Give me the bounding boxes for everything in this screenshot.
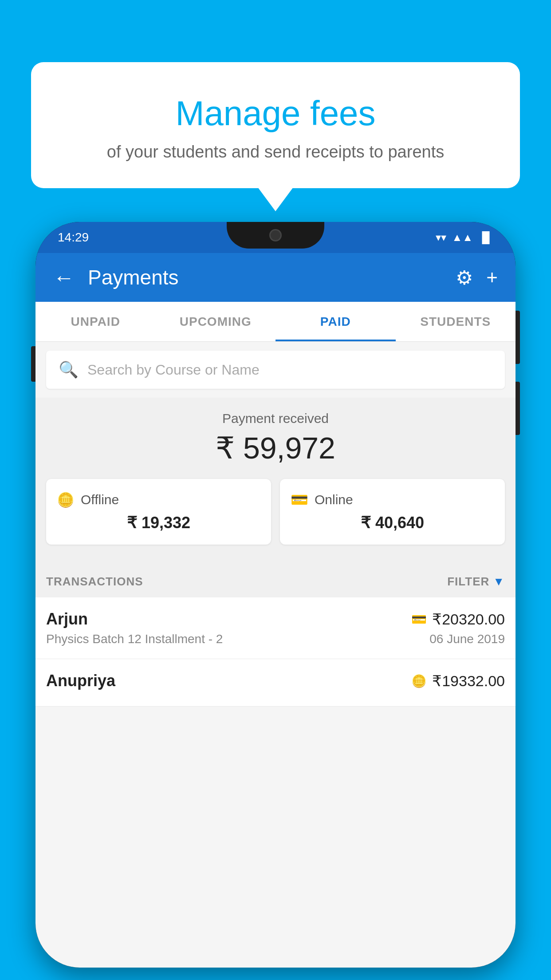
cash-icon: 🪙 (57, 491, 75, 508)
page-title: Payments (88, 265, 456, 289)
payment-received-label: Payment received (46, 411, 505, 426)
front-camera (269, 229, 282, 241)
search-icon: 🔍 (59, 360, 79, 379)
status-icons: ▾▾ ▲▲ ▐▌ (436, 231, 493, 244)
transaction-amount: ₹20320.00 (432, 610, 505, 628)
search-placeholder: Search by Course or Name (87, 362, 260, 378)
wifi-icon: ▾▾ (436, 231, 446, 244)
transactions-header: TRANSACTIONS FILTER ▼ (35, 562, 516, 597)
phone-frame: 14:29 ▾▾ ▲▲ ▐▌ ← Payments ⚙ + UNPAID UPC… (35, 222, 516, 968)
phone-notch (227, 222, 324, 249)
card-payment-icon: 💳 (411, 612, 427, 627)
transaction-name: Anupriya (46, 672, 115, 690)
settings-icon[interactable]: ⚙ (456, 266, 473, 289)
add-icon[interactable]: + (486, 266, 498, 288)
online-amount: ₹ 40,640 (291, 514, 494, 532)
tab-upcoming[interactable]: UPCOMING (156, 302, 276, 341)
online-label: Online (315, 492, 353, 507)
volume-button (31, 346, 35, 382)
offline-card-header: 🪙 Offline (57, 491, 260, 508)
power-button (516, 311, 520, 364)
power-button-2 (516, 382, 520, 435)
phone-screen: 🔍 Search by Course or Name Payment recei… (35, 342, 516, 968)
header-actions: ⚙ + (456, 266, 498, 289)
payment-total-amount: ₹ 59,972 (46, 431, 505, 466)
offline-card: 🪙 Offline ₹ 19,332 (46, 479, 271, 545)
tab-paid[interactable]: PAID (276, 302, 396, 341)
transaction-date: 06 June 2019 (429, 632, 505, 646)
online-card-header: 💳 Online (291, 491, 494, 508)
payment-summary: Payment received ₹ 59,972 🪙 Offline ₹ 19… (35, 398, 516, 562)
bubble-subtitle: of your students and send receipts to pa… (58, 142, 493, 162)
speech-bubble-section: Manage fees of your students and send re… (31, 62, 520, 188)
phone-mockup: 14:29 ▾▾ ▲▲ ▐▌ ← Payments ⚙ + UNPAID UPC… (35, 222, 516, 980)
offline-label: Offline (81, 492, 119, 507)
battery-icon: ▐▌ (478, 231, 493, 244)
transaction-detail: Physics Batch 12 Installment - 2 (46, 632, 223, 646)
table-row[interactable]: Arjun 💳 ₹20320.00 Physics Batch 12 Insta… (35, 597, 516, 659)
transaction-row-top: Arjun 💳 ₹20320.00 (46, 610, 505, 628)
tab-students[interactable]: STUDENTS (396, 302, 516, 341)
transaction-amount-wrap: 💳 ₹20320.00 (411, 610, 505, 628)
transaction-row-top: Anupriya 🪙 ₹19332.00 (46, 672, 505, 690)
table-row[interactable]: Anupriya 🪙 ₹19332.00 (35, 659, 516, 707)
signal-icon: ▲▲ (452, 231, 473, 244)
bubble-title: Manage fees (58, 93, 493, 134)
offline-amount: ₹ 19,332 (57, 514, 260, 532)
app-header: ← Payments ⚙ + (35, 253, 516, 302)
filter-label-text: FILTER (447, 575, 489, 589)
online-card: 💳 Online ₹ 40,640 (280, 479, 505, 545)
filter-icon: ▼ (493, 575, 505, 589)
search-bar[interactable]: 🔍 Search by Course or Name (46, 351, 505, 389)
tab-unpaid[interactable]: UNPAID (35, 302, 156, 341)
status-time: 14:29 (58, 230, 89, 245)
speech-bubble-card: Manage fees of your students and send re… (31, 62, 520, 188)
cash-payment-icon: 🪙 (411, 674, 427, 688)
tabs-bar: UNPAID UPCOMING PAID STUDENTS (35, 302, 516, 342)
card-icon: 💳 (291, 491, 308, 508)
transactions-list: Arjun 💳 ₹20320.00 Physics Batch 12 Insta… (35, 597, 516, 707)
transaction-name: Arjun (46, 610, 88, 628)
transaction-amount: ₹19332.00 (432, 672, 505, 690)
transaction-amount-wrap: 🪙 ₹19332.00 (411, 672, 505, 690)
transaction-row-bottom: Physics Batch 12 Installment - 2 06 June… (46, 632, 505, 646)
back-button[interactable]: ← (53, 265, 75, 290)
transactions-label: TRANSACTIONS (46, 575, 143, 589)
filter-button[interactable]: FILTER ▼ (447, 575, 505, 589)
payment-cards: 🪙 Offline ₹ 19,332 💳 Online ₹ 40,640 (46, 479, 505, 545)
